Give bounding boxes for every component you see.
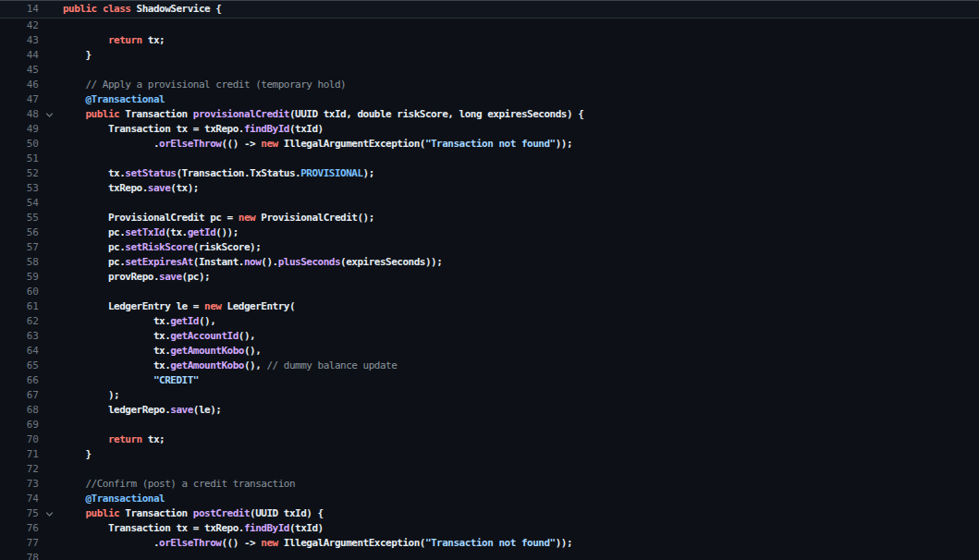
code-token — [63, 93, 86, 105]
code-line: 54 — [0, 196, 979, 211]
code-token: (Instant. — [193, 256, 244, 268]
line-number[interactable]: 62 — [0, 314, 39, 329]
line-number[interactable]: 57 — [0, 240, 39, 255]
line-number[interactable]: 43 — [0, 33, 39, 48]
line-number[interactable]: 73 — [0, 477, 39, 492]
line-number[interactable]: 49 — [0, 122, 39, 137]
code-line: 65 tx.getAmountKobo(), // dummy balance … — [0, 359, 979, 373]
line-number[interactable]: 67 — [0, 388, 39, 403]
fold-gutter — [39, 551, 63, 560]
line-number[interactable]: 44 — [0, 48, 39, 63]
code-text: // Apply a provisional credit (temporary… — [63, 78, 346, 92]
code-token: getAmountKobo — [170, 345, 244, 357]
line-number[interactable]: 66 — [0, 373, 39, 388]
fold-gutter — [39, 314, 63, 329]
fold-gutter — [39, 359, 63, 373]
code-line: 53 txRepo.save(tx); — [0, 181, 979, 196]
line-number[interactable]: 51 — [0, 152, 39, 166]
code-token: . — [63, 138, 159, 150]
code-token: plusSeconds — [278, 256, 340, 268]
code-line: 50 .orElseThrow(() -> new IllegalArgumen… — [0, 137, 979, 152]
line-number[interactable]: 64 — [0, 344, 39, 359]
line-number[interactable]: 71 — [0, 447, 39, 462]
code-token: (), — [244, 345, 261, 357]
code-token: @Transactional — [86, 493, 165, 505]
line-number[interactable]: 58 — [0, 255, 39, 270]
code-text: //Confirm (post) a credit transaction — [63, 477, 295, 492]
fold-gutter — [39, 418, 63, 432]
code-text: tx.setStatus(Transaction.TxStatus.PROVIS… — [63, 166, 374, 181]
code-token: save — [159, 271, 182, 283]
code-token: (txId) — [289, 123, 324, 135]
fold-chevron-icon[interactable] — [39, 107, 63, 122]
code-line: 72 — [0, 462, 979, 477]
line-number[interactable]: 74 — [0, 492, 39, 506]
fold-gutter — [39, 18, 63, 33]
code-line: 46 // Apply a provisional credit (tempor… — [0, 78, 979, 92]
line-number[interactable]: 60 — [0, 285, 39, 299]
code-token: public — [63, 3, 97, 15]
line-number[interactable]: 63 — [0, 329, 39, 344]
code-token: setRiskScore — [125, 241, 192, 253]
fold-gutter — [39, 181, 63, 196]
line-number[interactable]: 55 — [0, 211, 39, 225]
line-number[interactable]: 14 — [0, 1, 39, 18]
line-number[interactable]: 53 — [0, 181, 39, 196]
line-number[interactable]: 42 — [0, 18, 39, 33]
code-token: provisionalCredit — [193, 108, 289, 120]
line-number[interactable]: 45 — [0, 63, 39, 78]
code-line: 45 — [0, 63, 979, 78]
code-token: class — [103, 3, 131, 15]
code-token: (le); — [193, 404, 222, 416]
code-token: public — [86, 507, 120, 519]
code-token: tx. — [63, 330, 170, 342]
code-token: (), — [239, 330, 255, 342]
line-number[interactable]: 75 — [0, 506, 39, 521]
code-token — [63, 433, 108, 445]
code-token: new — [261, 138, 277, 150]
line-number[interactable]: 54 — [0, 196, 39, 211]
line-number[interactable]: 59 — [0, 270, 39, 285]
line-number[interactable]: 76 — [0, 521, 39, 536]
sticky-scope-line[interactable]: 14public class ShadowService { — [0, 0, 979, 18]
line-number[interactable]: 72 — [0, 462, 39, 477]
line-number[interactable]: 48 — [0, 107, 39, 122]
line-number[interactable]: 65 — [0, 359, 39, 373]
code-text: ProvisionalCredit pc = new ProvisionalCr… — [63, 211, 374, 225]
code-token: // Apply a provisional credit (temporary… — [63, 79, 346, 91]
line-number[interactable]: 77 — [0, 536, 39, 551]
line-number[interactable]: 52 — [0, 166, 39, 181]
code-token: ProvisionalCredit pc = — [63, 212, 239, 224]
code-token: findById — [244, 123, 289, 135]
line-number[interactable]: 56 — [0, 225, 39, 240]
line-number[interactable]: 47 — [0, 92, 39, 107]
line-number[interactable]: 68 — [0, 403, 39, 418]
code-text: "CREDIT" — [63, 373, 199, 388]
code-text: tx.getAmountKobo(), — [63, 344, 261, 359]
code-token: Transaction tx = txRepo. — [63, 123, 244, 135]
line-number[interactable]: 46 — [0, 78, 39, 92]
code-text: } — [63, 48, 92, 63]
code-line: 48 public Transaction provisionalCredit(… — [0, 107, 979, 122]
code-token: . — [63, 537, 159, 549]
line-number[interactable]: 78 — [0, 551, 39, 560]
code-text: tx.getId(), — [63, 314, 215, 329]
code-token: pc. — [63, 241, 125, 253]
code-token: (tx); — [170, 182, 199, 194]
fold-gutter — [39, 344, 63, 359]
code-line: 76 Transaction tx = txRepo.findById(txId… — [0, 521, 979, 536]
fold-chevron-icon[interactable] — [39, 506, 63, 521]
line-number[interactable]: 61 — [0, 299, 39, 314]
fold-gutter — [39, 152, 63, 166]
code-token: "Transaction not found" — [425, 138, 556, 150]
line-number[interactable]: 50 — [0, 137, 39, 152]
code-token: (() -> — [221, 537, 261, 549]
line-number[interactable]: 69 — [0, 418, 39, 432]
code-token: setStatus — [125, 167, 176, 179]
fold-gutter — [39, 477, 63, 492]
code-text: public class ShadowService { — [63, 1, 221, 18]
code-text: } — [63, 447, 92, 462]
fold-gutter — [39, 137, 63, 152]
code-line: 60 — [0, 285, 979, 299]
line-number[interactable]: 70 — [0, 432, 39, 447]
